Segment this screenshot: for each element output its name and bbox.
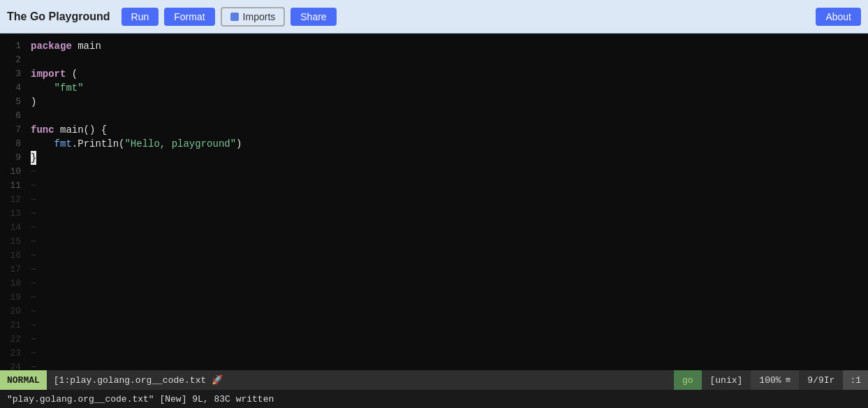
about-button[interactable]: About <box>816 8 861 26</box>
line-num-12: 12 <box>6 193 21 207</box>
line-num-2: 2 <box>6 53 21 67</box>
line-num-20: 20 <box>6 305 21 319</box>
line-num-1: 1 <box>6 39 21 53</box>
line-num-15: 15 <box>6 235 21 249</box>
zoom-icon: ≡ <box>786 375 791 386</box>
line-num-18: 18 <box>6 277 21 291</box>
run-button[interactable]: Run <box>122 8 159 26</box>
header: The Go Playground Run Format Imports Sha… <box>0 0 868 34</box>
zoom-badge: 100% ≡ <box>751 370 799 390</box>
line-num-7: 7 <box>6 123 21 137</box>
imports-checkbox <box>230 13 239 21</box>
line-num-13: 13 <box>6 207 21 221</box>
bottom-message: "play.golang.org__code.txt" [New] 9L, 83… <box>7 394 274 405</box>
code-container[interactable]: 1 2 3 4 5 6 7 8 9 10 11 12 13 14 15 16 1… <box>0 34 868 370</box>
statusbar-top: NORMAL [1:play.golang.org__code.txt 🚀 go… <box>0 370 868 390</box>
line-num-9: 9 <box>6 151 21 165</box>
column-number: : 1 <box>843 370 868 390</box>
line-num-3: 3 <box>6 67 21 81</box>
line-num-24: 24 <box>6 360 21 370</box>
imports-button[interactable]: Imports <box>221 7 286 27</box>
format-badge: [unix] <box>702 370 751 390</box>
share-button[interactable]: Share <box>290 8 336 26</box>
file-info: [1:play.golang.org__code.txt 🚀 <box>47 374 674 386</box>
col-prefix: : <box>850 375 855 386</box>
app-title: The Go Playground <box>7 10 110 23</box>
zoom-level: 100% <box>759 375 781 386</box>
line-num-5: 5 <box>6 95 21 109</box>
statusbar-bottom: "play.golang.org__code.txt" [New] 9L, 83… <box>0 390 868 408</box>
imports-label: Imports <box>243 11 276 22</box>
language-badge: go <box>674 370 702 390</box>
status-right: go [unix] 100% ≡ 9/9 Ir : 1 <box>674 370 868 390</box>
cursor-line-col: 9/9 <box>807 375 823 386</box>
col-value: 1 <box>855 375 861 386</box>
line-num-22: 22 <box>6 333 21 347</box>
line-num-23: 23 <box>6 347 21 360</box>
code-editor[interactable]: package main import ( "fmt" ) func main(… <box>25 34 868 370</box>
cursor-suffix: Ir <box>824 375 835 386</box>
format-button[interactable]: Format <box>164 8 214 26</box>
editor-area: 1 2 3 4 5 6 7 8 9 10 11 12 13 14 15 16 1… <box>0 34 868 408</box>
line-num-4: 4 <box>6 81 21 95</box>
line-numbers: 1 2 3 4 5 6 7 8 9 10 11 12 13 14 15 16 1… <box>0 34 25 370</box>
line-num-16: 16 <box>6 249 21 263</box>
line-num-6: 6 <box>6 109 21 123</box>
mode-badge: NORMAL <box>0 370 47 390</box>
line-num-17: 17 <box>6 263 21 277</box>
line-num-14: 14 <box>6 221 21 235</box>
line-num-11: 11 <box>6 179 21 193</box>
line-num-19: 19 <box>6 291 21 305</box>
line-num-10: 10 <box>6 165 21 179</box>
cursor-position: 9/9 Ir <box>799 370 843 390</box>
line-num-8: 8 <box>6 137 21 151</box>
line-num-21: 21 <box>6 319 21 333</box>
